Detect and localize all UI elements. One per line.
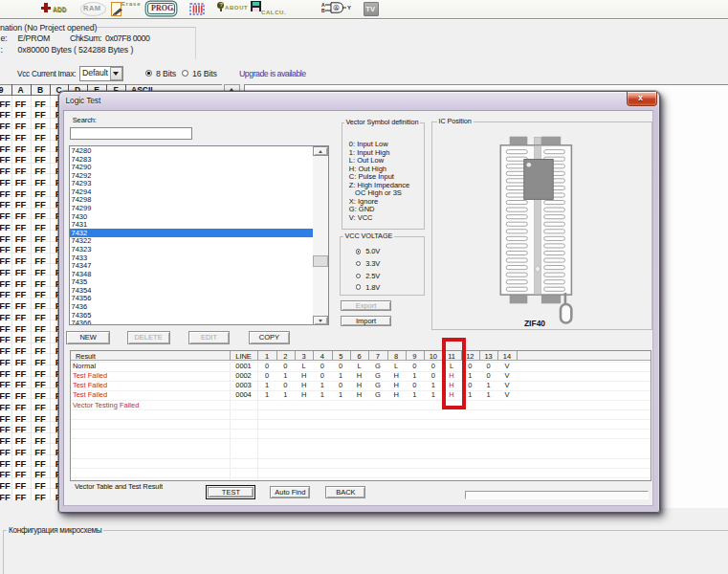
svg-text:A: A <box>321 2 325 8</box>
svg-text:B: B <box>321 8 325 13</box>
svg-text:ZIF40: ZIF40 <box>524 319 545 328</box>
svg-text:&: & <box>335 5 339 11</box>
svg-text:Y: Y <box>347 5 351 11</box>
